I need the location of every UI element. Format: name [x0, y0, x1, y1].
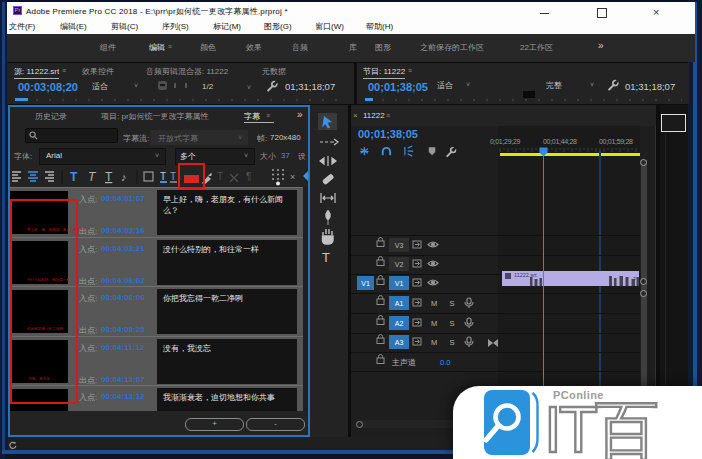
svg-text:×: × — [290, 172, 295, 182]
svg-text:V1: V1 — [395, 280, 404, 287]
svg-text:A2: A2 — [395, 320, 404, 327]
svg-text:T: T — [105, 170, 113, 184]
svg-text:A1: A1 — [395, 300, 404, 307]
svg-text:T: T — [322, 250, 330, 265]
svg-text:V3: V3 — [395, 242, 404, 249]
svg-text:0.0: 0.0 — [440, 358, 450, 367]
svg-text:T: T — [70, 170, 78, 184]
svg-text:S: S — [449, 299, 454, 308]
svg-text:M: M — [431, 299, 437, 308]
svg-text:V1: V1 — [361, 280, 370, 287]
svg-text:M: M — [431, 338, 437, 347]
svg-text:M: M — [431, 319, 437, 328]
svg-text:V2: V2 — [395, 261, 404, 268]
svg-text:T: T — [217, 171, 223, 182]
svg-text:T: T — [170, 171, 176, 182]
svg-text:A3: A3 — [395, 339, 404, 346]
svg-text:T: T — [88, 170, 97, 184]
svg-text:T: T — [160, 171, 166, 182]
svg-text:S: S — [449, 338, 454, 347]
svg-text:主声道: 主声道 — [391, 358, 416, 367]
svg-text:S: S — [449, 319, 454, 328]
svg-text:¶: ¶ — [246, 171, 251, 182]
svg-text:♪: ♪ — [121, 171, 127, 183]
